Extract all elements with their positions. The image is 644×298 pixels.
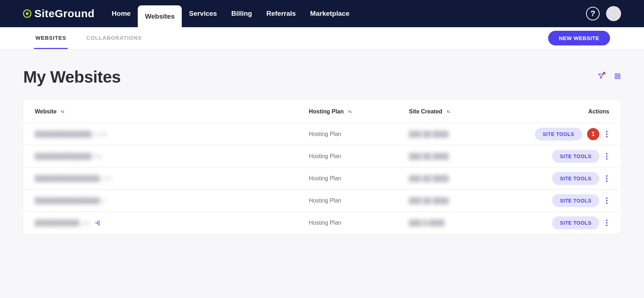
row-menu-button[interactable] (604, 196, 609, 206)
primary-nav-items: HomeWebsitesServicesBillingReferralsMark… (104, 0, 356, 27)
cell-website: ████████████████.io (35, 197, 309, 204)
table-header-row: Website Hosting Plan Site Created Action… (23, 100, 621, 123)
sort-icon (60, 109, 65, 114)
svg-rect-0 (615, 74, 617, 75)
site-tools-button[interactable]: SITE TOOLS (552, 150, 599, 163)
row-menu-button[interactable] (604, 174, 609, 184)
sub-nav: WEBSITESCOLLABORATIONS NEW WEBSITE (0, 27, 644, 49)
cell-actions: SITE TOOLS (509, 172, 609, 185)
svg-rect-1 (618, 74, 620, 75)
cell-plan: Hosting Plan (309, 175, 409, 182)
cell-website: ██████████████.co.uk (35, 131, 309, 137)
row-menu-button[interactable] (604, 129, 609, 139)
svg-point-13 (606, 197, 608, 199)
created-date: ███ ██ ████ (409, 175, 449, 181)
svg-point-12 (606, 180, 608, 182)
kebab-icon (606, 175, 608, 182)
table-row: ████████████████.ioHosting Plan███ ██ ██… (23, 190, 621, 212)
svg-point-9 (606, 158, 608, 160)
column-header-plan-label: Hosting Plan (309, 108, 344, 115)
website-name: ████████████████.com (35, 175, 112, 182)
cell-created: ███ ██ ████ (409, 153, 509, 160)
cell-plan: Hosting Plan (309, 197, 409, 204)
cell-website: ████████████████.com (35, 175, 309, 182)
table-row: ████████████████.comHosting Plan███ ██ █… (23, 167, 621, 190)
websites-table: Website Hosting Plan Site Created Action… (23, 100, 621, 234)
nav-item-label: Billing (231, 10, 252, 18)
top-nav-right: ? (586, 6, 621, 21)
column-header-website[interactable]: Website (35, 108, 309, 115)
svg-point-8 (606, 156, 608, 157)
page-content: My Websites Website (0, 49, 644, 252)
nav-item-referrals[interactable]: Referrals (259, 0, 303, 27)
site-tools-button-label: SITE TOOLS (560, 220, 591, 226)
svg-point-5 (606, 133, 608, 135)
svg-rect-3 (618, 77, 620, 79)
kebab-icon (606, 131, 608, 138)
sub-nav-tabs: WEBSITESCOLLABORATIONS (34, 27, 143, 49)
user-avatar[interactable] (606, 6, 621, 21)
cell-plan: Hosting Plan (309, 153, 409, 160)
cell-created: ███ ██ ████ (409, 131, 509, 137)
help-button[interactable]: ? (586, 7, 600, 20)
cell-actions: SITE TOOLS (509, 150, 609, 163)
site-tools-button[interactable]: SITE TOOLS (552, 216, 599, 229)
site-tools-button-label: SITE TOOLS (560, 153, 591, 159)
table-row: ██████████████.orgHosting Plan███ ██ ███… (23, 145, 621, 167)
cell-actions: SITE TOOLS1 (509, 128, 609, 141)
brand-logo-icon (23, 9, 31, 18)
svg-point-7 (606, 153, 608, 155)
top-nav-left: SiteGround HomeWebsitesServicesBillingRe… (23, 0, 357, 27)
brand-logo[interactable]: SiteGround (23, 8, 94, 20)
website-name: ███████████.org (35, 220, 89, 226)
svg-point-17 (606, 222, 608, 224)
filter-active-indicator (603, 72, 605, 74)
nav-item-websites[interactable]: Websites (138, 5, 182, 27)
nav-item-billing[interactable]: Billing (224, 0, 259, 27)
row-menu-button[interactable] (604, 218, 609, 228)
svg-point-15 (606, 202, 608, 204)
site-tools-button[interactable]: SITE TOOLS (535, 128, 582, 141)
nav-item-home[interactable]: Home (104, 0, 138, 27)
row-menu-button[interactable] (604, 151, 609, 161)
svg-rect-2 (615, 77, 617, 79)
table-row: ██████████████.co.ukHosting Plan███ ██ █… (23, 123, 621, 145)
site-tools-button-label: SITE TOOLS (560, 198, 591, 204)
column-header-created[interactable]: Site Created (409, 108, 509, 115)
cell-website: ██████████████.org (35, 153, 309, 160)
top-nav: SiteGround HomeWebsitesServicesBillingRe… (0, 0, 644, 27)
login-icon[interactable] (94, 220, 101, 226)
nav-item-label: Services (189, 10, 217, 18)
site-tools-button[interactable]: SITE TOOLS (552, 172, 599, 185)
created-date: ███ ██ ████ (409, 131, 449, 137)
cell-created: ███ █ ████ (409, 220, 509, 226)
svg-point-14 (606, 200, 608, 201)
brand-name: SiteGround (34, 8, 94, 20)
created-date: ███ ██ ████ (409, 197, 449, 204)
site-tools-button-label: SITE TOOLS (560, 176, 591, 181)
created-date: ███ ██ ████ (409, 153, 449, 159)
subnav-tab-collaborations[interactable]: COLLABORATIONS (85, 27, 143, 49)
cell-plan: Hosting Plan (309, 131, 409, 137)
nav-item-marketplace[interactable]: Marketplace (303, 0, 357, 27)
column-header-plan[interactable]: Hosting Plan (309, 108, 409, 115)
subnav-tab-label: WEBSITES (35, 35, 66, 41)
cell-created: ███ ██ ████ (409, 175, 509, 182)
cell-created: ███ ██ ████ (409, 197, 509, 204)
page-tools (598, 73, 621, 81)
cell-actions: SITE TOOLS (509, 216, 609, 229)
table-row: ███████████.orgHosting Plan███ █ ████SIT… (23, 212, 621, 234)
new-website-button[interactable]: NEW WEBSITE (548, 31, 610, 45)
column-header-created-label: Site Created (409, 108, 442, 115)
kebab-icon (606, 153, 608, 160)
svg-point-4 (606, 131, 608, 132)
site-tools-button[interactable]: SITE TOOLS (552, 194, 599, 207)
subnav-tab-websites[interactable]: WEBSITES (34, 27, 68, 49)
grid-icon (614, 73, 621, 81)
filter-button[interactable] (598, 73, 604, 81)
grid-view-button[interactable] (614, 73, 621, 81)
cell-plan: Hosting Plan (309, 220, 409, 226)
nav-item-label: Home (112, 10, 131, 18)
nav-item-services[interactable]: Services (182, 0, 224, 27)
nav-item-label: Referrals (266, 10, 296, 18)
